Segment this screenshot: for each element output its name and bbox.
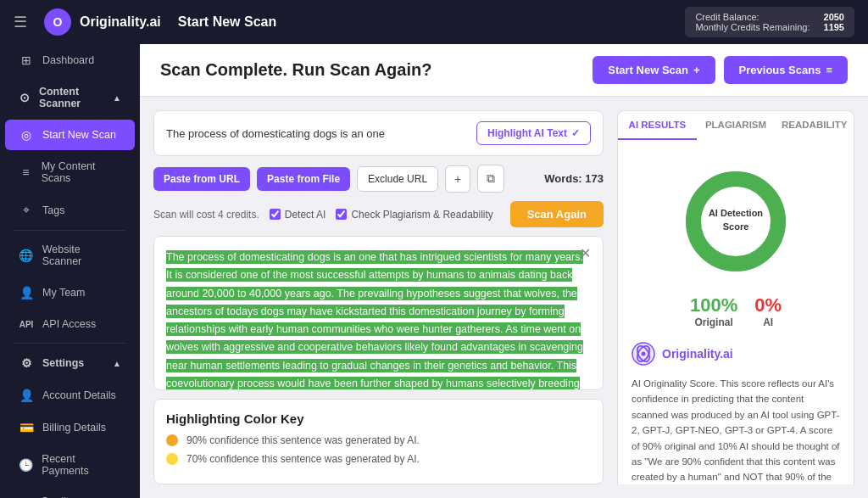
sidebar-item-content-scanner[interactable]: ⊙ Content Scanner ▲ (5, 77, 135, 118)
originality-brand-name: Originality.ai (662, 347, 733, 361)
options-row: Scan will cost 4 credits. Detect AI Chec… (153, 201, 604, 227)
sidebar-item-label: API Access (42, 318, 96, 330)
sidebar-item-my-team[interactable]: 👤 My Team (5, 277, 135, 308)
start-scan-icon: ◎ (19, 128, 34, 142)
monthly-credits-value: 1195 (824, 22, 844, 32)
list-icon: ≡ (826, 64, 832, 76)
highlighted-text: The process of domesticating dogs is an … (166, 249, 591, 390)
add-icon-button[interactable]: + (445, 165, 470, 193)
svg-point-7 (642, 352, 646, 356)
color-key-label-yellow: 70% confidence this sentence was generat… (186, 453, 420, 465)
sidebar-item-label: Account Details (42, 389, 116, 401)
sidebar-item-my-content-scans[interactable]: ≡ My Content Scans (5, 152, 135, 193)
toolbar: Paste from URL Paste from File Exclude U… (153, 165, 604, 193)
sidebar-item-label: Dashboard (42, 54, 94, 66)
tab-readability[interactable]: READABILITY (775, 111, 854, 140)
credit-balance-label: Credit Balance: (695, 12, 759, 22)
previous-scans-button[interactable]: Previous Scans ≡ (724, 56, 848, 84)
tab-ai-results[interactable]: AI RESULTS (618, 111, 697, 140)
scan-body: The process of domesticating dogs is an … (140, 97, 868, 498)
color-key-item-orange: 90% confidence this sentence was generat… (166, 434, 591, 446)
scan-header: Scan Complete. Run Scan Again? Start New… (140, 44, 868, 97)
svg-text:AI Detection: AI Detection (709, 208, 763, 218)
sidebar-item-label: Content Scanner (39, 86, 104, 109)
words-count: Words: 173 (544, 172, 604, 185)
results-tabs: AI RESULTS PLAGIARISM READABILITY (617, 110, 854, 140)
score-labels: 100% Original 0% AI (632, 294, 840, 328)
sidebar-item-api-access[interactable]: API API Access (5, 310, 135, 339)
text-content-box: ✕ The process of domesticating dogs is a… (153, 236, 604, 390)
hamburger-icon[interactable]: ☰ (14, 13, 27, 31)
ai-percentage: 0% (754, 294, 782, 316)
sidebar-item-dashboard[interactable]: ⊞ Dashboard (5, 45, 135, 76)
api-icon: API (19, 320, 34, 329)
brand-logo: O (44, 8, 71, 36)
chevron-up-icon: ▲ (113, 93, 121, 103)
close-icon[interactable]: ✕ (580, 245, 591, 261)
donut-chart: AI Detection Score (676, 162, 795, 281)
check-plagiarism-checkbox-label[interactable]: Check Plagiarism & Readability (336, 209, 492, 221)
sidebar-divider-2 (14, 343, 126, 344)
sidebar-item-website-scanner[interactable]: 🌐 Website Scanner (5, 235, 135, 276)
sidebar-item-billing-details[interactable]: 💳 Billing Details (5, 412, 135, 443)
results-description: AI Originality Score. This score reflect… (632, 376, 840, 484)
orange-dot (166, 434, 178, 446)
sidebar-item-tags[interactable]: ⌖ Tags (5, 194, 135, 226)
check-plagiarism-checkbox[interactable] (336, 209, 347, 220)
svg-text:Score: Score (723, 221, 749, 232)
exclude-url-button[interactable]: Exclude URL (357, 166, 438, 192)
sidebar-item-label: Start New Scan (42, 129, 116, 141)
input-text-display: The process of domesticating dogs is an … (166, 127, 476, 140)
top-header: ☰ O Originality.ai Start New Scan Credit… (0, 0, 868, 44)
payments-icon: 🕒 (19, 458, 33, 472)
tags-icon: ⌖ (19, 203, 34, 217)
detect-ai-checkbox-label[interactable]: Detect AI (270, 209, 326, 221)
website-icon: 🌐 (19, 249, 34, 262)
checkmark-icon: ✓ (571, 127, 580, 139)
monthly-credits-label: Monthly Credits Remaining: (695, 22, 810, 32)
logo-area: ☰ O Originality.ai (14, 8, 161, 36)
sidebar-item-label: My Team (42, 287, 85, 299)
color-key-label-orange: 90% confidence this sentence was generat… (186, 434, 420, 446)
plus-icon: + (693, 64, 700, 76)
left-panel: The process of domesticating dogs is an … (153, 110, 604, 484)
chevron-up-icon-2: ▲ (113, 359, 121, 368)
start-new-scan-button[interactable]: Start New Scan + (593, 56, 715, 84)
sidebar-item-credit-subscription[interactable]: ◈ Credit Subscription (5, 487, 135, 498)
highlighted-sentence: The process of domesticating dogs is an … (166, 250, 587, 390)
sidebar-divider (14, 230, 126, 231)
donut-chart-container: AI Detection Score (632, 162, 840, 281)
copy-icon-button[interactable]: ⧉ (477, 165, 504, 193)
sidebar-item-recent-payments[interactable]: 🕒 Recent Payments (5, 445, 135, 485)
detect-ai-label: Detect AI (285, 209, 326, 221)
content-scans-icon: ≡ (19, 165, 33, 179)
color-key-title: Highlighting Color Key (166, 411, 591, 426)
right-panel: AI RESULTS PLAGIARISM READABILITY (617, 110, 854, 484)
sidebar-item-settings[interactable]: ⚙ Settings ▲ (5, 348, 135, 378)
header-title: Start New Scan (178, 14, 276, 30)
detect-ai-checkbox[interactable] (270, 209, 281, 220)
brand-name: Originality.ai (80, 14, 161, 30)
scan-again-button[interactable]: Scan Again (510, 201, 604, 227)
paste-from-file-button[interactable]: Paste from File (257, 167, 350, 191)
team-icon: 👤 (19, 286, 34, 299)
sidebar: ⊞ Dashboard ⊙ Content Scanner ▲ ◎ Start … (0, 44, 140, 498)
sidebar-item-start-new-scan[interactable]: ◎ Start New Scan (5, 120, 135, 150)
color-key-item-yellow: 70% confidence this sentence was generat… (166, 453, 591, 465)
credit-balance-value: 2050 (824, 12, 844, 22)
original-percentage: 100% (690, 294, 737, 316)
paste-from-url-button[interactable]: Paste from URL (153, 167, 250, 191)
sidebar-item-label: Website Scanner (42, 243, 121, 267)
sidebar-item-label: Tags (42, 204, 64, 216)
original-score-label: 100% Original (690, 294, 737, 328)
dashboard-icon: ⊞ (19, 53, 34, 67)
settings-icon: ⚙ (19, 356, 34, 370)
original-label: Original (690, 316, 737, 328)
ai-score-label: 0% AI (754, 294, 782, 328)
scan-title: Scan Complete. Run Scan Again? (160, 60, 593, 80)
ai-label: AI (754, 316, 782, 328)
tab-plagiarism[interactable]: PLAGIARISM (697, 111, 776, 140)
originality-brand: Originality.ai (632, 342, 840, 366)
highlight-ai-text-button[interactable]: Highlight AI Text ✓ (476, 121, 591, 145)
sidebar-item-account-details[interactable]: 👤 Account Details (5, 380, 135, 411)
